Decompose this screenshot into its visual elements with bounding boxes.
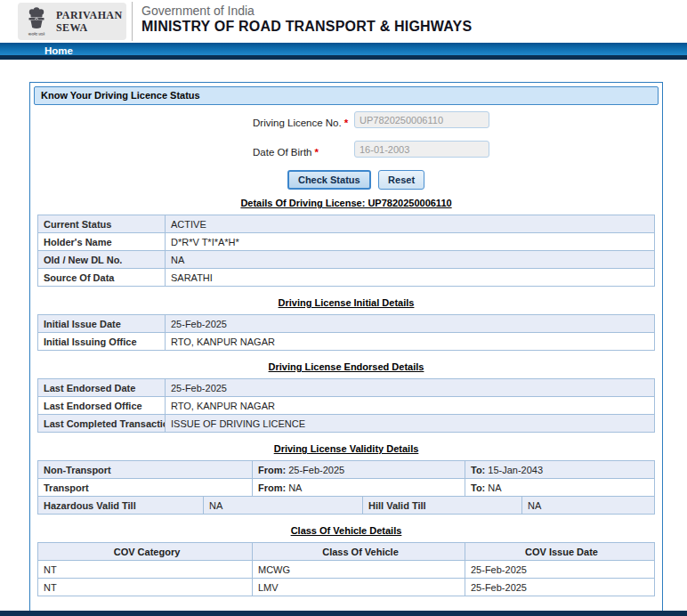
table-row: Non-Transport From:25-Feb-2025 To:15-Jan… — [38, 461, 655, 479]
initial-details-table: Initial Issue Date 25-Feb-2025 Initial I… — [37, 314, 655, 351]
validity-extra-table: Hazardous Valid Till NA Hill Valid Till … — [37, 496, 655, 515]
table-row: Current Status ACTIVE — [38, 215, 655, 233]
table-row: NT MCWG 25-Feb-2025 — [38, 561, 655, 579]
page-header: सत्यमेव जयते PARIVAHAN SEWA Government o… — [0, 0, 687, 43]
validity-details-heading: Driving License Validity Details — [30, 443, 662, 454]
table-row: Source Of Data SARATHI — [38, 269, 655, 287]
dob-label: Date Of Birth* — [253, 147, 319, 158]
table-row: Transport From:NA To:NA — [38, 479, 655, 497]
header-divider — [132, 2, 133, 41]
table-row: Last Endorsed Office RTO, KANPUR NAGAR — [38, 397, 655, 415]
cov-heading: Class Of Vehicle Details — [30, 525, 662, 536]
panel-title: Know Your Driving Licence Status — [34, 86, 659, 105]
ministry-title: MINISTRY OF ROAD TRANSPORT & HIGHWAYS — [141, 19, 472, 35]
reset-button[interactable]: Reset — [378, 170, 424, 190]
cov-table: COV Category Class Of Vehicle COV Issue … — [37, 542, 655, 596]
government-of-india-label: Government of India — [141, 4, 255, 18]
dob-input[interactable] — [354, 141, 489, 158]
required-asterisk: * — [314, 147, 318, 158]
table-row: Holder's Name D*R*V T*I*A*H* — [38, 233, 655, 251]
footer-bar — [0, 611, 687, 616]
table-row: Last Completed Transaction ISSUE OF DRIV… — [38, 415, 655, 433]
table-row: Hazardous Valid Till NA Hill Valid Till … — [38, 497, 655, 515]
table-header-row: COV Category Class Of Vehicle COV Issue … — [38, 543, 655, 561]
table-row: Old / New DL No. NA — [38, 251, 655, 269]
validity-table: Non-Transport From:25-Feb-2025 To:15-Jan… — [37, 460, 655, 497]
endorsed-details-table: Last Endorsed Date 25-Feb-2025 Last Endo… — [37, 378, 655, 433]
details-heading: Details Of Driving License: UP7820250006… — [30, 198, 662, 208]
content-panel: Know Your Driving Licence Status Driving… — [29, 82, 663, 616]
table-row: Initial Issue Date 25-Feb-2025 — [38, 315, 655, 333]
status-table: Current Status ACTIVE Holder's Name D*R*… — [37, 215, 655, 287]
endorsed-details-heading: Driving License Endorsed Details — [30, 361, 662, 372]
cov-issue-date-header: COV Issue Date — [465, 543, 655, 561]
parivahan-logo: सत्यमेव जयते PARIVAHAN SEWA — [18, 3, 126, 40]
cov-category-header: COV Category — [38, 543, 253, 561]
required-asterisk: * — [344, 118, 348, 128]
table-row: NT LMV 25-Feb-2025 — [38, 579, 655, 596]
table-row: Last Endorsed Date 25-Feb-2025 — [38, 379, 655, 397]
main-nav-bar: Home — [0, 43, 687, 60]
nav-home-link[interactable]: Home — [44, 43, 73, 60]
parivahan-sewa-wordmark: PARIVAHAN SEWA — [56, 9, 123, 34]
initial-details-heading: Driving License Initial Details — [30, 297, 662, 308]
dl-number-label: Driving Licence No.* — [253, 118, 348, 128]
form-buttons: Check Status Reset — [30, 170, 662, 190]
class-of-vehicle-header: Class Of Vehicle — [253, 543, 465, 561]
check-status-button[interactable]: Check Status — [287, 170, 371, 190]
table-row: Initial Issuing Office RTO, KANPUR NAGAR — [38, 333, 655, 351]
ashoka-emblem-icon: सत्यमेव जयते — [21, 7, 52, 36]
satyameva-jayate-motto: सत्यमेव जयते — [21, 32, 52, 36]
dl-number-input[interactable] — [354, 111, 489, 128]
licence-status-form: Driving Licence No.* Date Of Birth* Chec… — [30, 109, 662, 194]
